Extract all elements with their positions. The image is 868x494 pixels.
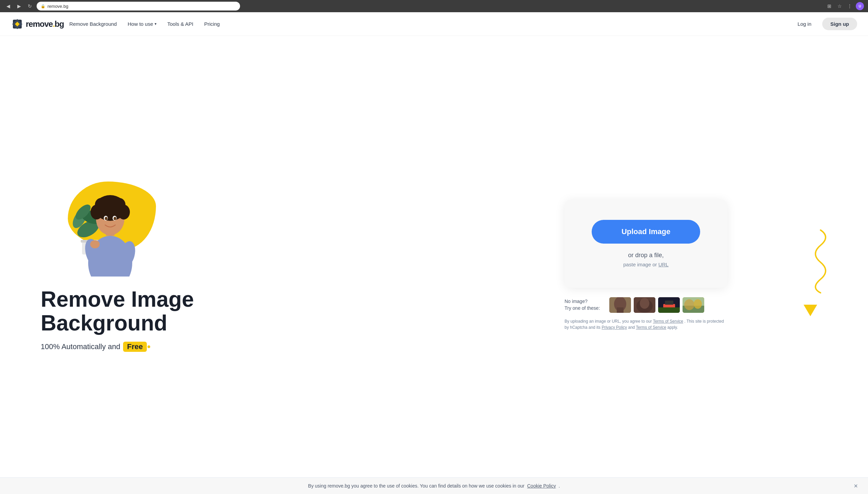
svg-rect-33 <box>658 307 680 313</box>
url-link[interactable]: URL <box>658 262 669 267</box>
svg-point-29 <box>640 298 649 309</box>
bookmark-button[interactable]: ☆ <box>835 2 844 10</box>
svg-point-17 <box>95 198 108 211</box>
sample-thumb-4[interactable] <box>683 297 704 313</box>
free-badge: Free <box>123 342 147 352</box>
terms2-link[interactable]: Terms of Service <box>636 325 666 330</box>
nav-pricing[interactable]: Pricing <box>199 18 225 30</box>
nav-actions: Log in Sign up <box>791 18 857 30</box>
nav-remove-background[interactable]: Remove Background <box>64 18 122 30</box>
sample-thumbnails <box>609 297 727 313</box>
upload-button[interactable]: Upload Image <box>592 220 700 244</box>
lock-icon: 🔒 <box>41 4 45 8</box>
disclaimer-text: By uploading an image or URL, you agree … <box>565 318 727 330</box>
sample-thumb-3[interactable] <box>658 297 680 313</box>
privacy-link[interactable]: Privacy Policy <box>601 325 627 330</box>
hero-subtitle: 100% Automatically and Free <box>41 342 147 352</box>
back-button[interactable]: ◀ <box>4 2 12 10</box>
sample-thumb-2[interactable] <box>634 297 655 313</box>
svg-point-22 <box>114 217 116 220</box>
dropdown-arrow-icon: ▾ <box>155 22 157 26</box>
squiggle-decoration <box>800 227 841 294</box>
refresh-button[interactable]: ↻ <box>26 2 34 10</box>
url-text: remove.bg <box>47 4 68 9</box>
person-svg <box>61 182 153 277</box>
logo[interactable]: remove.bg <box>11 18 64 31</box>
svg-rect-32 <box>665 301 673 305</box>
menu-button[interactable]: ⋮ <box>846 2 854 10</box>
svg-point-21 <box>105 217 107 220</box>
hero-right: Upload Image or drop a file, paste image… <box>444 200 848 330</box>
paste-text: paste image or URL <box>623 262 668 267</box>
svg-point-23 <box>90 240 100 248</box>
user-avatar[interactable]: U <box>856 2 864 10</box>
nav-links: Remove Background How to use ▾ Tools & A… <box>64 18 791 30</box>
svg-rect-26 <box>617 307 624 313</box>
terms-link[interactable]: Terms of Service <box>653 319 683 324</box>
svg-point-18 <box>112 198 125 211</box>
browser-chrome: ◀ ▶ ↻ 🔒 remove.bg ⊞ ☆ ⋮ U <box>0 0 868 12</box>
upload-card: Upload Image or drop a file, paste image… <box>565 200 727 288</box>
browser-toolbar: ⊞ ☆ ⋮ U <box>825 2 864 10</box>
hero-title: Remove Image Background <box>41 287 194 335</box>
signup-button[interactable]: Sign up <box>822 18 857 30</box>
sample-thumb-1[interactable] <box>609 297 631 313</box>
cookie-banner: By using remove.bg you agree to the use … <box>0 477 868 494</box>
hero-illustration <box>41 178 156 277</box>
extensions-button[interactable]: ⊞ <box>825 2 833 10</box>
no-image-text: No image? Try one of these: <box>565 298 605 311</box>
triangle-decoration <box>804 305 817 316</box>
login-button[interactable]: Log in <box>791 18 818 30</box>
nav-how-to-use[interactable]: How to use ▾ <box>122 18 162 30</box>
nav-tools-api[interactable]: Tools & API <box>162 18 199 30</box>
logo-text: remove.bg <box>26 19 64 29</box>
forward-button[interactable]: ▶ <box>15 2 23 10</box>
navbar: remove.bg Remove Background How to use ▾… <box>0 12 868 36</box>
cookie-close-button[interactable]: × <box>854 482 858 490</box>
address-bar[interactable]: 🔒 remove.bg <box>37 2 240 11</box>
drop-text: or drop a file, <box>628 252 664 259</box>
sample-section: No image? Try one of these: <box>565 297 727 313</box>
hero-left: Remove Image Background 100% Automatical… <box>20 178 444 352</box>
cookie-policy-link[interactable]: Cookie Policy <box>527 483 556 489</box>
svg-point-36 <box>684 299 694 310</box>
svg-point-37 <box>694 299 702 309</box>
hero-section: Remove Image Background 100% Automatical… <box>0 36 868 494</box>
logo-icon <box>11 18 24 31</box>
